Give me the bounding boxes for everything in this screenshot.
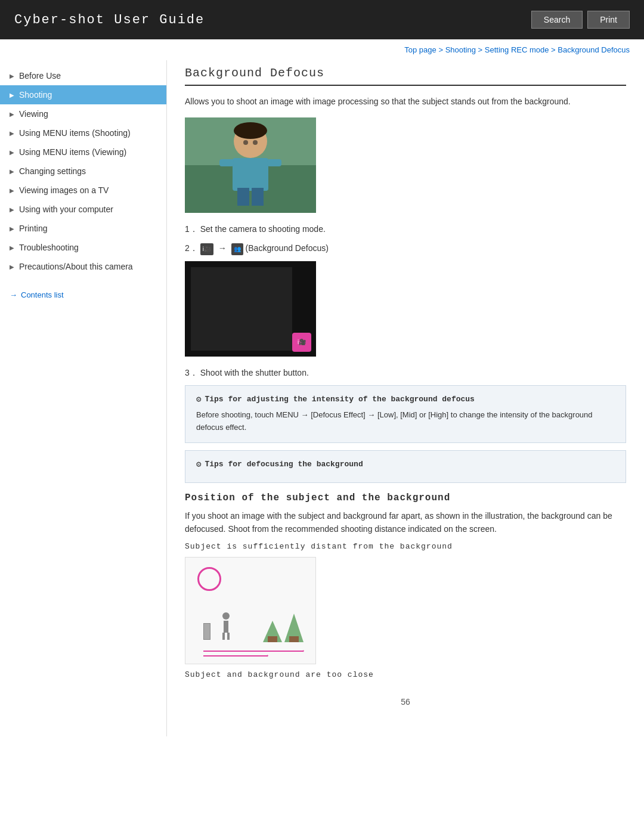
sidebar-item-printing[interactable]: ▶ Printing xyxy=(0,219,166,238)
sidebar-label: Before Use xyxy=(19,71,61,80)
gear-icon-2: ⚙ xyxy=(196,459,201,469)
tips-box-1: ⚙ Tips for adjusting the intensity of th… xyxy=(185,385,626,443)
arrow-icon: ▶ xyxy=(10,111,14,117)
photo-child-image xyxy=(185,117,316,213)
tips-title-2: ⚙ Tips for defocusing the background xyxy=(196,459,615,469)
person-body xyxy=(224,621,228,633)
sidebar-label: Changing settings xyxy=(19,166,86,176)
sidebar-label: Using with your computer xyxy=(19,205,113,214)
app-title: Cyber-shot User Guide xyxy=(14,13,205,27)
breadcrumb-top[interactable]: Top page xyxy=(404,45,436,54)
step-1-num: 1． xyxy=(185,224,198,234)
sidebar-item-viewing[interactable]: ▶ Viewing xyxy=(0,104,166,123)
trees-illustration xyxy=(263,614,304,642)
svg-point-4 xyxy=(243,140,248,145)
sidebar-item-menu-viewing[interactable]: ▶ Using MENU items (Viewing) xyxy=(0,143,166,162)
svg-point-5 xyxy=(253,140,258,145)
arrow-icon: ▶ xyxy=(10,168,14,175)
breadcrumb-setting-rec[interactable]: Setting REC mode xyxy=(485,45,549,54)
step-2-label: (Background Defocus) xyxy=(246,243,329,253)
arrow-icon: ▶ xyxy=(10,206,14,213)
person-head xyxy=(222,612,230,620)
tips-title-1: ⚙ Tips for adjusting the intensity of th… xyxy=(196,394,615,404)
arrow-line-2 xyxy=(203,655,268,657)
tree-large-icon xyxy=(284,614,304,642)
child-photo xyxy=(185,117,316,213)
contents-list-label: Contents list xyxy=(21,290,64,299)
page-number: 56 xyxy=(185,685,626,719)
subtitle-1: Subject is sufficiently distant from the… xyxy=(185,542,626,551)
sidebar-item-precautions[interactable]: ▶ Precautions/About this camera xyxy=(0,257,166,276)
camera-screen: i🎥 xyxy=(185,261,316,357)
person-figure xyxy=(221,612,231,640)
person-legs xyxy=(221,633,231,640)
arrow-icon: ▶ xyxy=(10,187,14,194)
step-3-num: 3． xyxy=(185,368,198,377)
arrow-icon: ▶ xyxy=(10,73,14,79)
svg-rect-9 xyxy=(237,188,249,206)
camera-figure xyxy=(203,623,210,640)
arrow-line-1 xyxy=(203,651,304,652)
person-leg-right xyxy=(227,633,230,640)
person-leg-left xyxy=(222,633,225,640)
step-1-text: 1． Set the camera to shooting mode. xyxy=(185,222,626,236)
sidebar-item-shooting[interactable]: ▶ Shooting xyxy=(0,85,166,104)
rec-mode-icon: i🎥 xyxy=(200,243,213,255)
bg-defocus-icon: 👥 xyxy=(231,243,243,255)
sidebar-label: Shooting xyxy=(19,90,52,100)
screen-inner xyxy=(191,267,292,351)
sidebar-label: Using MENU items (Viewing) xyxy=(19,147,126,157)
sidebar-item-before-use[interactable]: ▶ Before Use xyxy=(0,66,166,85)
sidebar-label: Troubleshooting xyxy=(19,243,79,252)
contents-arrow-icon: → xyxy=(10,290,17,299)
child-svg xyxy=(185,117,316,213)
step-3-text: 3． Shoot with the shutter button. xyxy=(185,366,626,379)
arrow-icon: ▶ xyxy=(10,92,14,98)
breadcrumb: Top page > Shooting > Setting REC mode >… xyxy=(0,39,644,60)
subtitle-2: Subject and background are too close xyxy=(185,670,626,679)
tips-box-2: ⚙ Tips for defocusing the background xyxy=(185,450,626,483)
illus-inner xyxy=(185,558,315,664)
search-button[interactable]: Search xyxy=(531,11,583,29)
tips-text-1: Before shooting, touch MENU → [Defocus E… xyxy=(196,409,615,434)
sidebar-label: Viewing xyxy=(19,109,48,119)
body-text: If you shoot an image with the subject a… xyxy=(185,509,626,536)
header-buttons: Search Print xyxy=(531,11,630,29)
breadcrumb-shooting[interactable]: Shooting xyxy=(445,45,476,54)
svg-rect-6 xyxy=(233,158,268,191)
sidebar-item-troubleshooting[interactable]: ▶ Troubleshooting xyxy=(0,238,166,257)
arrow-icon: ▶ xyxy=(10,149,14,156)
sidebar-item-computer[interactable]: ▶ Using with your computer xyxy=(0,200,166,219)
arrow-icon: ▶ xyxy=(10,244,14,251)
sidebar-label: Using MENU items (Shooting) xyxy=(19,128,131,138)
svg-rect-7 xyxy=(219,159,234,166)
rec-arrow-icon: → xyxy=(218,243,229,253)
section-heading: Position of the subject and the backgrou… xyxy=(185,493,626,503)
sidebar-label: Viewing images on a TV xyxy=(19,185,109,195)
tree-small-icon xyxy=(263,621,282,642)
step-2-num: 2． xyxy=(185,243,198,253)
intro-text: Allows you to shoot an image with image … xyxy=(185,95,626,108)
main-layout: ▶ Before Use ▶ Shooting ▶ Viewing ▶ Usin… xyxy=(0,60,644,736)
sidebar-item-menu-shooting[interactable]: ▶ Using MENU items (Shooting) xyxy=(0,123,166,143)
sidebar-label: Precautions/About this camera xyxy=(19,262,133,271)
svg-rect-8 xyxy=(267,159,281,166)
page-title: Background Defocus xyxy=(185,66,626,86)
print-button[interactable]: Print xyxy=(587,11,630,29)
arrow-icon: ▶ xyxy=(10,264,14,270)
arrow-icon: ▶ xyxy=(10,130,14,137)
main-content: Background Defocus Allows you to shoot a… xyxy=(167,60,644,736)
breadcrumb-bg-defocus[interactable]: Background Defocus xyxy=(558,45,630,54)
sidebar-item-changing-settings[interactable]: ▶ Changing settings xyxy=(0,162,166,181)
sidebar: ▶ Before Use ▶ Shooting ▶ Viewing ▶ Usin… xyxy=(0,60,167,736)
step-2-text: 2． i🎥 → 👥 (Background Defocus) xyxy=(185,241,626,255)
contents-list-link[interactable]: → Contents list xyxy=(0,284,166,305)
sidebar-label: Printing xyxy=(19,224,47,233)
circle-target-icon xyxy=(197,567,221,591)
sidebar-item-viewing-tv[interactable]: ▶ Viewing images on a TV xyxy=(0,181,166,200)
illustration-box xyxy=(185,557,316,664)
screen-menu-icon: i🎥 xyxy=(292,333,311,352)
arrow-icon: ▶ xyxy=(10,225,14,232)
svg-point-3 xyxy=(234,122,267,139)
gear-icon: ⚙ xyxy=(196,394,201,404)
